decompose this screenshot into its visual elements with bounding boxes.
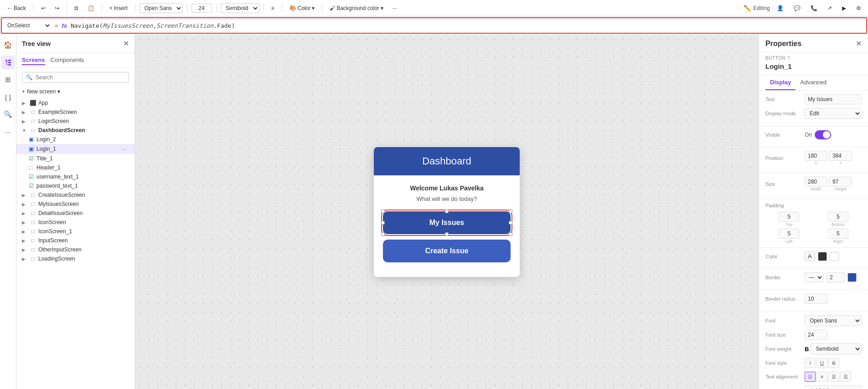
bg-color-button[interactable]: 🖌 Background color ▾ xyxy=(326,4,386,13)
border-style-select[interactable]: — xyxy=(805,272,824,282)
tab-advanced[interactable]: Advanced xyxy=(796,75,831,90)
search-input[interactable] xyxy=(36,74,125,81)
tab-screens[interactable]: Screens xyxy=(22,56,45,65)
pad-bottom-input[interactable] xyxy=(828,212,848,222)
align-left-button[interactable]: ☰ xyxy=(805,372,816,382)
font-size-input[interactable] xyxy=(191,4,212,13)
font-size-input[interactable] xyxy=(805,330,827,340)
paste-button[interactable]: 📋 xyxy=(84,4,98,13)
insert-button[interactable]: + Insert xyxy=(106,4,131,13)
y-input[interactable] xyxy=(829,151,852,161)
handle-tm[interactable] xyxy=(445,210,449,213)
handle-tl[interactable] xyxy=(381,210,385,213)
tree-item-detailissuescreen[interactable]: ▶ □ DetailIssueScreen xyxy=(16,209,134,218)
tree-item-inputscreen[interactable]: ▶ □ InputScreen xyxy=(16,236,134,245)
tree-item-examplescreen[interactable]: ▶ □ ExampleScreen xyxy=(16,107,134,117)
sidebar-more-button[interactable]: ··· xyxy=(1,125,15,138)
tree-item-app[interactable]: ▶ ⬛ App xyxy=(16,98,134,107)
panel-close-button[interactable]: ✕ xyxy=(856,39,862,48)
text-color-box[interactable] xyxy=(818,252,827,261)
tree-item-otherinputscreen[interactable]: ▶ □ OtherInputScreen xyxy=(16,245,134,254)
create-issue-button[interactable]: Create Issue xyxy=(383,240,511,262)
tree-item-login2[interactable]: ▣ Login_2 xyxy=(16,135,134,144)
display-mode-select[interactable]: Edit xyxy=(805,108,862,119)
left-sidebar: 🏠 ⊞ { } 🔍 ··· xyxy=(0,35,16,389)
profile-button[interactable]: 👤 xyxy=(774,4,787,13)
sidebar-search-button[interactable]: 🔍 xyxy=(1,107,15,121)
pad-left-input[interactable] xyxy=(779,229,799,239)
chevron-down-icon-2: ▾ xyxy=(381,5,383,11)
redo-button[interactable]: ↪ xyxy=(52,4,62,13)
handle-bl[interactable] xyxy=(381,232,385,236)
tab-components[interactable]: Components xyxy=(51,56,84,65)
sidebar-data-button[interactable]: { } xyxy=(1,90,15,104)
align-button[interactable]: ≡ xyxy=(268,4,278,13)
phone-body: Welcome Lukas Pavelka What will we do to… xyxy=(374,175,520,277)
property-dropdown[interactable]: OnSelect xyxy=(5,22,51,29)
tree-item-loadingscreen[interactable]: ▶ □ LoadingScreen xyxy=(16,254,134,263)
handle-ml[interactable] xyxy=(381,221,385,225)
vertical-align-select[interactable]: ⬆ Middle xyxy=(805,385,862,389)
tree-close-button[interactable]: ✕ xyxy=(123,39,129,48)
tree-item-loginscreen[interactable]: ▶ □ LoginScreen xyxy=(16,117,134,126)
back-button[interactable]: ← Back xyxy=(4,4,29,13)
visible-toggle[interactable] xyxy=(815,130,831,139)
more-button[interactable]: ··· xyxy=(389,4,400,13)
pad-top-input[interactable] xyxy=(779,212,799,222)
align-center-button[interactable]: ≡ xyxy=(816,372,827,382)
tree-item-dashboardscreen[interactable]: ▼ □ DashboardScreen xyxy=(16,126,134,135)
tree-item-title1[interactable]: ☑ Title_1 xyxy=(16,154,134,163)
copy-button[interactable]: ⧉ xyxy=(71,4,82,13)
align-justify-button[interactable]: ☰ xyxy=(840,372,851,382)
comment-button[interactable]: 💬 xyxy=(790,4,804,13)
pad-right-input[interactable] xyxy=(828,229,848,239)
bg-color-box[interactable] xyxy=(830,252,839,261)
width-input[interactable] xyxy=(805,177,827,187)
chevron-icon: ▶ xyxy=(22,110,27,115)
share-button[interactable]: ↗ xyxy=(824,4,835,13)
height-input[interactable] xyxy=(829,177,852,187)
border-radius-input[interactable] xyxy=(805,294,827,304)
handle-br[interactable] xyxy=(509,232,512,236)
rect-icon: □ xyxy=(27,164,35,171)
tree-item-header1[interactable]: □ Header_1 xyxy=(16,163,134,172)
handle-mr[interactable] xyxy=(509,221,512,225)
tree-more-button[interactable]: ··· xyxy=(120,145,129,153)
x-input[interactable] xyxy=(805,151,827,161)
play-button[interactable]: ▶ xyxy=(839,4,849,13)
undo-button[interactable]: ↩ xyxy=(38,4,49,13)
sidebar-tree-button[interactable] xyxy=(1,56,15,69)
settings-button[interactable]: ⚙ xyxy=(853,4,864,13)
tree-item-iconscreen[interactable]: ▶ □ IconScreen xyxy=(16,218,134,227)
italic-button[interactable]: I xyxy=(805,358,816,368)
phone-header: Dashboard xyxy=(374,147,520,175)
align-right-button[interactable]: ☰ xyxy=(828,372,839,382)
screen-icon: □ xyxy=(29,228,36,235)
my-issues-button[interactable]: My Issues xyxy=(383,211,511,234)
border-color-box[interactable] xyxy=(847,273,857,282)
font-weight-select[interactable]: Semibold xyxy=(811,343,862,354)
tree-item-myissuesscreen[interactable]: ▶ □ MyIssuesScreen xyxy=(16,200,134,209)
tree-item-login1[interactable]: ▣ Login_1 ··· xyxy=(16,144,134,154)
phone-button[interactable]: 📞 xyxy=(807,4,821,13)
sidebar-grid-button[interactable]: ⊞ xyxy=(1,73,15,87)
tree-item-password[interactable]: ☑ password_text_1 xyxy=(16,181,134,190)
tree-item-username[interactable]: ☑ username_text_1 xyxy=(16,172,134,181)
tree-item-iconscreen1[interactable]: ▶ □ IconScreen_1 xyxy=(16,227,134,236)
color-button[interactable]: 🎨 Color ▾ xyxy=(286,4,318,13)
tab-display[interactable]: Display xyxy=(765,75,796,90)
handle-bm[interactable] xyxy=(445,232,449,236)
font-weight-select[interactable]: Semibold xyxy=(221,3,259,13)
underline-button[interactable]: U xyxy=(816,358,827,368)
font-family-select[interactable]: Open Sans xyxy=(140,3,183,13)
main-area: 🏠 ⊞ { } 🔍 ··· Tree view ✕ Screens Com xyxy=(0,35,868,389)
sidebar-home-button[interactable]: 🏠 xyxy=(1,38,15,52)
font-select[interactable]: Open Sans xyxy=(805,315,862,326)
strikethrough-button[interactable]: S xyxy=(828,358,839,368)
textinput-icon: ☑ xyxy=(27,174,35,180)
tree-item-createissuescreen[interactable]: ▶ □ CreateIssueScreen xyxy=(16,190,134,200)
text-input[interactable] xyxy=(805,94,862,104)
handle-tr[interactable] xyxy=(509,210,512,213)
new-screen-button[interactable]: + New screen ▾ xyxy=(16,87,134,97)
border-width-input[interactable] xyxy=(827,272,845,282)
